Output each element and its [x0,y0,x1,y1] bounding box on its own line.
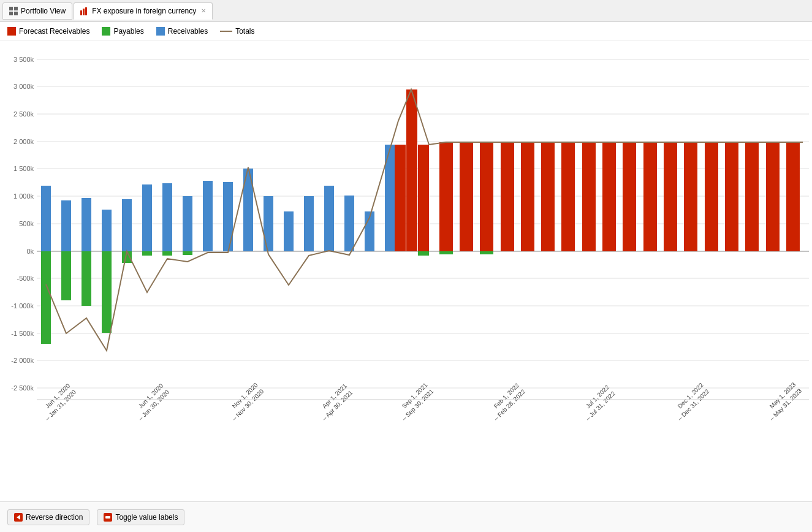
bar-forecast-peak [406,89,417,251]
bar-payables-mar22 [480,251,493,254]
bar-receivables-16 [344,196,354,251]
bar-forecast-32 [664,142,677,251]
bar-forecast-27 [561,142,575,251]
svg-text:-2 500k: -2 500k [11,384,34,392]
chart-svg: 3 500k 3 000k 2 500k 2 000k 1 500k 1 000… [0,41,812,464]
bar-forecast-37 [766,142,780,251]
tab-bar: Portfolio View FX exposure in foreign cu… [0,0,812,22]
legend-payables: Payables [102,27,143,36]
tab-fx-close[interactable]: ✕ [201,7,206,14]
bar-receivables-6 [142,184,152,251]
svg-text:3 000k: 3 000k [13,83,34,90]
svg-text:2 000k: 2 000k [13,138,34,145]
bar-forecast-26 [541,142,555,251]
bar-receivables-13 [284,211,294,251]
bar-forecast-29 [602,142,616,251]
svg-text:1 500k: 1 500k [13,165,34,172]
legend-totals-label: Totals [235,27,254,36]
svg-rect-6 [85,7,87,15]
legend-forecast: Forecast Receivables [7,27,89,36]
bar-forecast-24 [501,142,514,251]
bar-payables-2 [61,251,71,300]
legend-payables-label: Payables [113,27,143,36]
svg-rect-3 [14,12,18,15]
svg-marker-44 [17,515,20,520]
bar-receivables-5 [122,199,132,251]
bar-payables-1 [41,251,51,344]
legend-forecast-label: Forecast Receivables [19,27,89,36]
legend-receivables-color [156,27,165,36]
bar-forecast-21 [439,142,453,251]
bar-forecast-20 [418,145,429,251]
bar-receivables-1 [41,186,51,251]
bar-receivables-9 [203,181,213,251]
legend-receivables: Receivables [156,27,208,36]
bar-payables-sep30 [418,251,429,256]
bar-forecast-28 [582,142,596,251]
bar-receivables-15 [324,186,334,251]
legend-totals-line [220,31,232,32]
bar-receivables-14 [304,196,314,251]
toggle-labels-button[interactable]: Toggle value labels [97,509,184,525]
bar-forecast-30 [623,142,636,251]
tab-fx-label: FX exposure in foreign currency [92,7,196,15]
bar-forecast-31 [643,142,657,251]
svg-text:-1 000k: -1 000k [11,302,34,310]
bottom-bar: Reverse direction Toggle value labels [0,501,812,532]
bar-forecast-35 [725,142,738,251]
fx-chart-icon [80,7,89,15]
legend-payables-color [102,27,110,36]
chart-legend: Forecast Receivables Payables Receivable… [0,22,812,41]
svg-rect-5 [83,9,85,15]
chart-area: 3 500k 3 000k 2 500k 2 000k 1 500k 1 000… [0,41,812,464]
toggle-labels-icon [104,513,112,522]
bar-receivables-12 [264,196,273,251]
bar-receivables-7 [162,183,172,251]
svg-text:-2 000k: -2 000k [11,357,34,364]
legend-forecast-color [7,27,16,36]
svg-rect-2 [9,12,13,15]
svg-text:-500k: -500k [17,275,34,282]
svg-text:1 000k: 1 000k [13,192,34,200]
bar-payables-3 [82,251,91,306]
svg-text:-1 500k: -1 500k [11,330,34,337]
bar-receivables-10 [223,182,233,251]
toggle-labels-label: Toggle value labels [115,513,178,522]
svg-text:500k: 500k [19,220,34,227]
svg-rect-0 [9,7,13,10]
svg-text:0k: 0k [26,248,34,255]
bar-forecast-38 [786,142,800,251]
legend-totals: Totals [220,27,254,36]
reverse-direction-icon [14,513,23,522]
bar-forecast-22 [460,142,473,251]
bar-receivables-2 [61,200,71,251]
bar-payables-7 [162,251,172,256]
bar-payables-6 [142,251,152,256]
bar-receivables-8 [183,196,192,251]
legend-receivables-label: Receivables [168,27,208,36]
reverse-direction-button[interactable]: Reverse direction [7,509,89,525]
bar-forecast-19 [395,145,406,251]
svg-rect-45 [105,516,110,519]
bar-forecast-36 [745,142,759,251]
bar-forecast-25 [521,142,534,251]
bar-payables-4 [102,251,112,333]
tab-fx[interactable]: FX exposure in foreign currency ✕ [74,2,213,20]
svg-text:3 500k: 3 500k [13,56,34,63]
svg-rect-1 [14,7,18,10]
tab-portfolio[interactable]: Portfolio View [2,2,72,20]
bar-receivables-4 [102,210,112,251]
portfolio-icon [9,7,18,15]
bar-payables-feb22 [439,251,453,254]
tab-portfolio-label: Portfolio View [21,7,66,15]
bar-forecast-23 [480,142,493,251]
bar-receivables-3 [82,198,91,251]
bar-forecast-33 [684,142,697,251]
reverse-direction-label: Reverse direction [26,513,83,522]
svg-rect-4 [80,10,82,15]
bar-payables-8 [183,251,192,255]
bar-forecast-34 [705,142,718,251]
svg-text:2 500k: 2 500k [13,110,34,118]
